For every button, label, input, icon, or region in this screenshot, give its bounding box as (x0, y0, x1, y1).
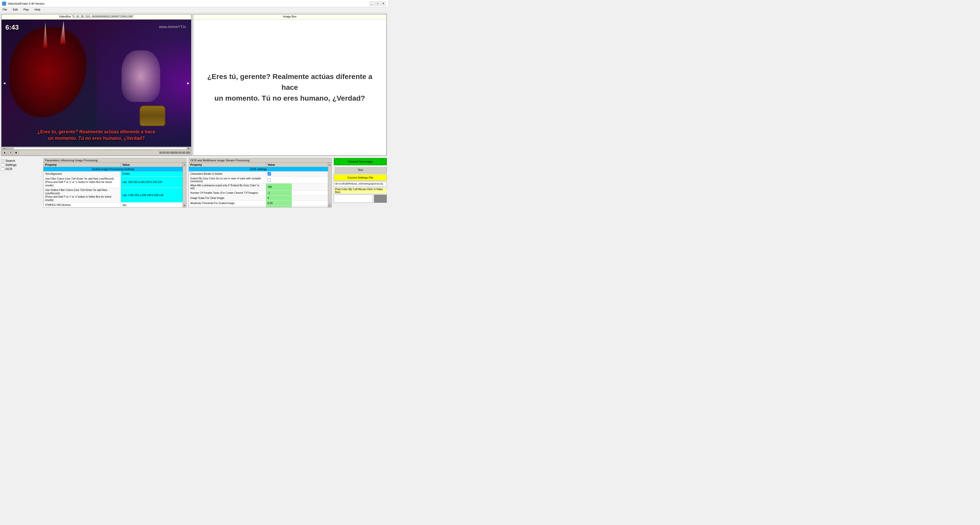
table-row: Extend By Grey Color (try to use in case… (189, 176, 328, 184)
image-title: Image Box (283, 15, 297, 18)
table-row: Use Filter Colors (Use 'Ctrl+Enter' for … (43, 176, 183, 188)
cell-value-1: Lab: 180-160 a:160-220 b:140-220 (121, 176, 183, 188)
ocr-cell-3-val: -1 (266, 190, 292, 195)
cleared-text-label: Cleared Text Image (348, 160, 372, 163)
green-indicator-left (335, 160, 339, 164)
ocr-checkbox[interactable] (1, 168, 5, 171)
col-property-header: Property (43, 163, 121, 167)
current-settings-button[interactable]: Current Settings File (334, 174, 387, 181)
menu-file[interactable]: File (1, 8, 9, 12)
ocr-header: OCR and Multiframe Image Stream Processi… (189, 158, 331, 163)
image-subtitle-line1: ¿Eres tú, gerente? Realmente actúas dife… (207, 73, 372, 91)
scrollbar-thumb[interactable] (6, 148, 14, 149)
ocr-tab-label: OCR (5, 167, 12, 171)
monster-shape (9, 27, 86, 117)
green-indicator-right (381, 160, 385, 164)
ocr-cell-0-val (266, 171, 292, 176)
pixel-box-white (334, 195, 373, 203)
tab-settings[interactable]: Settings (1, 163, 42, 167)
stop-button[interactable]: ⏹ (14, 151, 19, 155)
table-row: Use Outline Filter Colors (Use 'Ctrl+Ent… (43, 188, 183, 203)
ocr-table-header: Property Value (189, 163, 328, 167)
settings-file-path: der-src/Build/Release_x64/settings/gener… (334, 182, 387, 187)
image-subtitle: ¿Eres tú, gerente? Realmente actúas dife… (198, 71, 381, 104)
cell-property-3: FFMPEG HW Devices (43, 203, 121, 207)
ocr-cell-4-val: 4 (266, 195, 292, 200)
image-content: ¿Eres tú, gerente? Realmente actúas dife… (193, 19, 387, 155)
params-scroll-up[interactable]: ▲ (183, 163, 186, 166)
title-bar-left: VideoSubFinder 5.40 Version (2, 2, 45, 6)
ocr-col-property-header: Property (189, 163, 266, 167)
table-body: Global Image Processing Settings Text Al… (43, 167, 183, 207)
scrollbar-track[interactable] (6, 148, 187, 149)
tab-ocr[interactable]: OCR (1, 167, 42, 171)
settings-tab-label: Settings (5, 163, 16, 167)
table-row: Moderate Threshold For Scaled Image: 0.2… (189, 201, 328, 206)
params-table: Property Value Global Image Processing S… (43, 163, 183, 207)
tab-search[interactable]: ✓ Search (1, 159, 42, 163)
chars-border-checkbox[interactable] (267, 172, 271, 176)
time-display: 00:00:00.000/00:00:00.000 (159, 151, 190, 154)
ocr-container: Property Value OCR settings Characters B… (189, 163, 331, 207)
table-row: Number Of Parallel Tasks (For Create Cle… (189, 190, 328, 195)
video-title: VideoBox "0_10_35_510_000000000001280007… (59, 15, 134, 18)
image-section: Image Box ¿Eres tú, gerente? Realmente a… (192, 14, 387, 156)
cell-value-2: Lab: l:180-255 a:108-148 b:108-148 (121, 188, 183, 202)
settings-checkbox[interactable] (1, 163, 5, 167)
video-subtitle: ¿Eres tú, gerente? Realmente actúas dife… (11, 128, 181, 141)
video-arrow-left[interactable]: ◄ (3, 81, 6, 85)
girl-figure (122, 51, 160, 102)
ocr-cell-5-val: 0.25 (266, 201, 292, 206)
params-scroll-down[interactable]: ▼ (183, 203, 186, 207)
test-button[interactable]: Test (334, 166, 387, 173)
ocr-table-body: OCR settings Characters Border Is Darker… (189, 167, 328, 207)
table-row: Characters Border Is Darker (189, 171, 328, 176)
minimize-button[interactable]: _ (369, 1, 374, 6)
search-checkbox[interactable]: ✓ (1, 159, 5, 163)
video-container: 6:43 www.AnimeYT.tv ¿Eres tú, gerente? R… (2, 19, 191, 147)
menu-help[interactable]: Help (33, 8, 42, 12)
main-content: VideoBox "0_10_35_510_000000000001280007… (0, 13, 388, 157)
video-section: VideoBox "0_10_35_510_000000000001280007… (1, 14, 192, 156)
ocr-section-header: OCR settings (189, 167, 328, 171)
ocr-cell-0-prop: Characters Border Is Darker (189, 171, 266, 176)
table-header: Property Value (43, 163, 183, 167)
menu-play[interactable]: Play (22, 8, 30, 12)
pause-button[interactable]: ⏸ (8, 151, 13, 155)
menu-edit[interactable]: Edit (11, 8, 19, 12)
video-controls: ▶ ⏸ ⏹ 00:00:00.000/00:00:00.000 (2, 150, 191, 155)
ocr-scroll-up[interactable]: ▲ (328, 163, 332, 166)
close-button[interactable]: ✕ (381, 1, 386, 6)
params-header: Parameters Influencing Image Processing (43, 158, 186, 163)
maximize-button[interactable]: □ (375, 1, 380, 6)
cleared-text-button[interactable]: Cleared Text Image (334, 158, 387, 165)
ocr-cell-1-val (266, 176, 292, 183)
subtitle-line1: ¿Eres tú, gerente? Realmente actúas dife… (37, 129, 155, 141)
col-value-header: Value (121, 163, 183, 167)
extend-grey-checkbox[interactable] (267, 178, 271, 182)
video-frame: 6:43 www.AnimeYT.tv ¿Eres tú, gerente? R… (2, 19, 191, 147)
play-button[interactable]: ▶ (3, 151, 7, 155)
scroll-left-arrow[interactable]: ◄ (2, 147, 6, 150)
ocr-cell-3-prop: Number Of Parallel Tasks (For Create Cle… (189, 190, 266, 195)
app-title: VideoSubFinder 5.40 Version (8, 2, 45, 5)
table-row: Image Scale For Clear Image: 4 (189, 195, 328, 201)
video-arrow-right[interactable]: ► (186, 81, 190, 85)
ocr-cell-6-val: 20 (266, 206, 292, 207)
image-title-bar: Image Box (193, 14, 387, 19)
menu-bar: File Edit Play Help (0, 7, 388, 13)
ocr-cell-1-prop: Extend By Grey Color (try to use in case… (189, 176, 266, 183)
table-row: Allow Min Luminance (used only if "Exten… (189, 184, 328, 190)
ocr-cell-6-prop: CPU kmeans initial loop iterations: (189, 206, 266, 207)
scroll-right-arrow[interactable]: ► (187, 147, 191, 150)
ocr-scroll-down[interactable]: ▼ (328, 203, 332, 207)
video-title-bar: VideoBox "0_10_35_510_000000000001280007… (2, 14, 191, 19)
bottom-section: ✓ Search Settings OCR Parameters Influen… (0, 157, 388, 208)
table-row: CPU kmeans initial loop iterations: 20 (189, 206, 328, 207)
ocr-cell-2-prop: Allow Min Luminance (used only if "Exten… (189, 184, 266, 190)
ocr-table: Property Value OCR settings Characters B… (189, 163, 328, 207)
table-row: FFMPEG HW Devices cpu (43, 203, 183, 207)
ocr-cell-4-prop: Image Scale For Clear Image: (189, 195, 266, 200)
tabs-panel: ✓ Search Settings OCR (1, 158, 42, 208)
ocr-scrollbar: ▲ ▼ (328, 163, 331, 207)
